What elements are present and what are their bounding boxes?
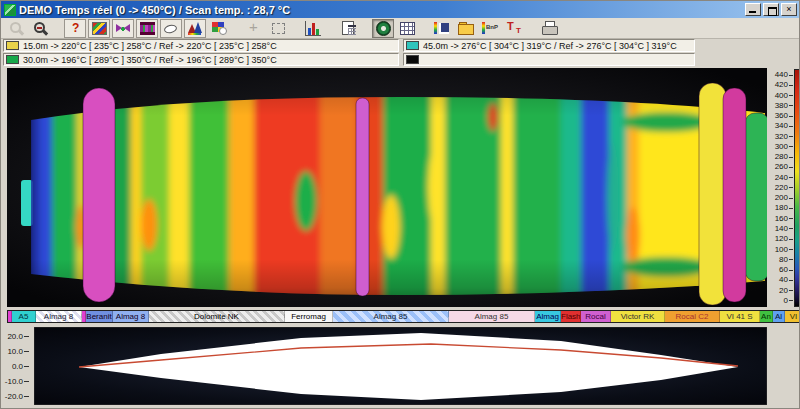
restore-button[interactable] [763, 3, 779, 16]
temperature-scale-gradient [794, 69, 800, 307]
zone-almag-8[interactable]: Almag 8 [36, 311, 82, 322]
save-scan-icon [433, 20, 451, 36]
probe-color-swatch [406, 41, 419, 50]
scale-tick: 100 [765, 246, 793, 254]
zone-dolomite-nk[interactable]: Dolomite NK [149, 311, 285, 322]
selection-icon [269, 20, 287, 36]
probe-legend: 15.0m -> 220°C [ 235°C ] 258°C / Ref -> … [3, 39, 799, 66]
print-button[interactable] [538, 19, 560, 38]
scale-tick: 380 [765, 102, 793, 110]
save-report-icon [457, 20, 475, 36]
scale-tick: 0 [765, 297, 793, 305]
calculator-button[interactable] [337, 19, 359, 38]
title-bar[interactable]: DEMO Temps réel (0 -> 450°C) / Scan temp… [1, 1, 800, 18]
thermal-map-button[interactable] [88, 19, 110, 38]
kiln-thermal-image[interactable] [7, 68, 767, 307]
probe-readout: 45.0m -> 276°C [ 304°C ] 319°C / Ref -> … [423, 41, 677, 51]
profile-ytick: 10.0 [1, 347, 29, 356]
probe-color-swatch [406, 55, 419, 64]
zone-a5[interactable]: A5 [12, 311, 36, 322]
probe-row-0[interactable]: 15.0m -> 220°C [ 235°C ] 258°C / Ref -> … [3, 39, 399, 52]
grid-button[interactable] [396, 19, 418, 38]
probe-row-1[interactable]: 30.0m -> 196°C [ 289°C ] 350°C / Ref -> … [3, 53, 399, 66]
scale-tick: 60 [765, 266, 793, 274]
gauge-icon [374, 20, 392, 36]
scale-tick: 140 [765, 225, 793, 233]
close-button[interactable]: × [781, 3, 797, 16]
scale-tick: 260 [765, 163, 793, 171]
zone-ferromag[interactable]: Ferromag [285, 311, 333, 322]
scale-tick: 420 [765, 81, 793, 89]
zoom-out-button[interactable] [29, 19, 51, 38]
zone-almag[interactable]: Almag [535, 311, 561, 322]
window-title: DEMO Temps réel (0 -> 450°C) / Scan temp… [19, 4, 290, 16]
zone-victor-rk[interactable]: Victor RK [611, 311, 665, 322]
grid-icon [400, 22, 415, 35]
scale-tick: 300 [765, 143, 793, 151]
app-window: DEMO Temps réel (0 -> 450°C) / Scan temp… [0, 0, 800, 409]
scale-tick: 240 [765, 174, 793, 182]
histogram-button[interactable] [184, 19, 206, 38]
save-scan-button[interactable] [431, 19, 453, 38]
scale-tick: 320 [765, 133, 793, 141]
gauge-button[interactable] [372, 19, 394, 38]
temp-label-button[interactable] [503, 19, 525, 38]
window-controls: × [745, 3, 799, 16]
scale-tick: 120 [765, 235, 793, 243]
bnp-button[interactable] [479, 19, 501, 38]
probe-row-3[interactable] [403, 53, 695, 66]
probe-color-swatch [6, 55, 19, 64]
scale-tick: 200 [765, 194, 793, 202]
zone-flash[interactable]: Flash [561, 311, 581, 322]
app-icon [4, 4, 16, 16]
zone-almag-85[interactable]: Almag 85 [449, 311, 535, 322]
toolbar [1, 18, 800, 39]
refractory-zone-bar: A5Almag 8BeranitAlmag 8Dolomite NKFerrom… [7, 310, 800, 323]
temp-label-icon [505, 20, 523, 36]
minimize-button[interactable] [745, 3, 761, 16]
bnp-icon [481, 20, 499, 36]
palette-icon [210, 20, 228, 36]
scale-tick: 160 [765, 215, 793, 223]
profile-ytick: -20.0 [1, 392, 29, 401]
scale-tick: 40 [765, 276, 793, 284]
ellipse-button[interactable] [160, 19, 182, 38]
zoom-in-button[interactable] [5, 19, 27, 38]
zone-rocal-c2[interactable]: Rocal C2 [665, 311, 720, 322]
zone-an[interactable]: An [760, 311, 773, 322]
bar-chart-icon [305, 21, 321, 36]
scale-tick: 340 [765, 122, 793, 130]
crosshair-icon [245, 20, 263, 36]
scale-tick: 180 [765, 204, 793, 212]
zone-vi-41-s[interactable]: VI 41 S [720, 311, 760, 322]
filmstrip-icon [140, 22, 155, 35]
print-icon [540, 20, 558, 36]
help-button[interactable] [64, 19, 86, 38]
zone-rocal[interactable]: Rocal [581, 311, 611, 322]
profile-ytick: 20.0 [1, 332, 29, 341]
zone-al[interactable]: Al [773, 311, 785, 322]
probe-readout: 30.0m -> 196°C [ 289°C ] 350°C / Ref -> … [23, 55, 277, 65]
palette-button[interactable] [208, 19, 230, 38]
scale-tick: 220 [765, 184, 793, 192]
kiln-view-button[interactable] [112, 19, 134, 38]
help-icon [66, 20, 84, 36]
filmstrip-button[interactable] [136, 19, 158, 38]
probe-readout: 15.0m -> 220°C [ 235°C ] 258°C / Ref -> … [23, 41, 277, 51]
profile-ytick: -10.0 [1, 377, 29, 386]
deviation-profile-plot[interactable] [34, 327, 767, 405]
thermal-view: 4404204003803603403203002802602402202001… [1, 66, 800, 309]
zone-almag-85[interactable]: Almag 85 [333, 311, 449, 322]
scale-tick: 20 [765, 287, 793, 295]
zone-vi[interactable]: VI [785, 311, 800, 322]
zone-almag-8[interactable]: Almag 8 [113, 311, 149, 322]
scale-tick: 80 [765, 256, 793, 264]
save-report-button[interactable] [455, 19, 477, 38]
selection-button[interactable] [267, 19, 289, 38]
probe-row-2[interactable]: 45.0m -> 276°C [ 304°C ] 319°C / Ref -> … [403, 39, 695, 52]
crosshair-button[interactable] [243, 19, 265, 38]
zone-beranit[interactable]: Beranit [86, 311, 113, 322]
temperature-scale-labels: 4404204003803603403203002802602402202001… [765, 71, 793, 305]
ellipse-icon [162, 20, 180, 36]
bar-chart-button[interactable] [302, 19, 324, 38]
